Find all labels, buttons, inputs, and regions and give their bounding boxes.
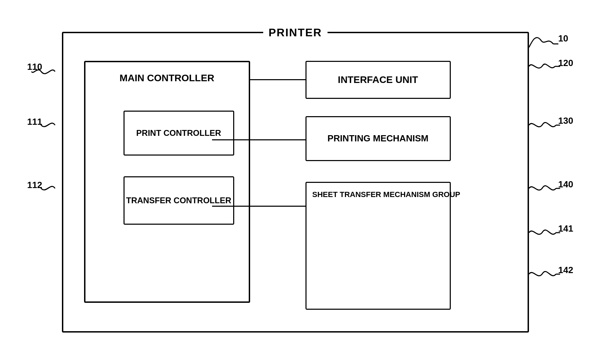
printing-mechanism-box: PRINTING MECHANISM xyxy=(305,116,451,161)
ref-110: 110 xyxy=(27,62,42,72)
ref-140: 140 xyxy=(558,179,573,190)
ref-squiggle-142 xyxy=(526,265,564,283)
ref-111: 111 xyxy=(27,116,42,127)
ref-141: 141 xyxy=(558,223,573,234)
main-controller-box: MAIN CONTROLLER PRINT CONTROLLER TRANSFE… xyxy=(84,61,250,303)
transfer-controller-box: TRANSFER CONTROLLER xyxy=(124,176,234,225)
main-controller-label: MAIN CONTROLLER xyxy=(120,73,214,84)
ref-120: 120 xyxy=(558,58,573,68)
ref-squiggle-120 xyxy=(526,58,564,75)
printer-title: PRINTER xyxy=(263,26,327,39)
connector-print-mechanism xyxy=(212,139,305,140)
ref-112: 112 xyxy=(27,180,42,190)
ref-142: 142 xyxy=(558,265,573,276)
interface-unit-label: INTERFACE UNIT xyxy=(338,74,418,85)
sheet-transfer-group-label: SHEET TRANSFER MECHANISM GROUP xyxy=(312,190,444,200)
connector-transfer-sheet xyxy=(212,206,305,207)
ref-squiggle-141 xyxy=(526,224,564,241)
print-controller-label: PRINT CONTROLLER xyxy=(136,128,221,138)
sheet-transfer-group-box: SHEET TRANSFER MECHANISM GROUP SHEET REV… xyxy=(305,182,451,310)
connector-main-interface xyxy=(250,79,305,80)
ref-squiggle-130 xyxy=(526,116,564,134)
ref-squiggle-10 xyxy=(526,30,564,51)
ref-130: 130 xyxy=(558,115,573,126)
print-controller-box: PRINT CONTROLLER xyxy=(124,111,234,156)
ref-squiggle-140 xyxy=(526,180,564,197)
printing-mechanism-label: PRINTING MECHANISM xyxy=(328,133,429,144)
transfer-controller-label: TRANSFER CONTROLLER xyxy=(126,195,231,206)
printer-box: PRINTER MAIN CONTROLLER PRINT CONTROLLER… xyxy=(62,32,529,333)
ref-10: 10 xyxy=(558,33,568,44)
interface-unit-box: INTERFACE UNIT xyxy=(305,61,451,99)
diagram: PRINTER MAIN CONTROLLER PRINT CONTROLLER… xyxy=(20,18,574,346)
